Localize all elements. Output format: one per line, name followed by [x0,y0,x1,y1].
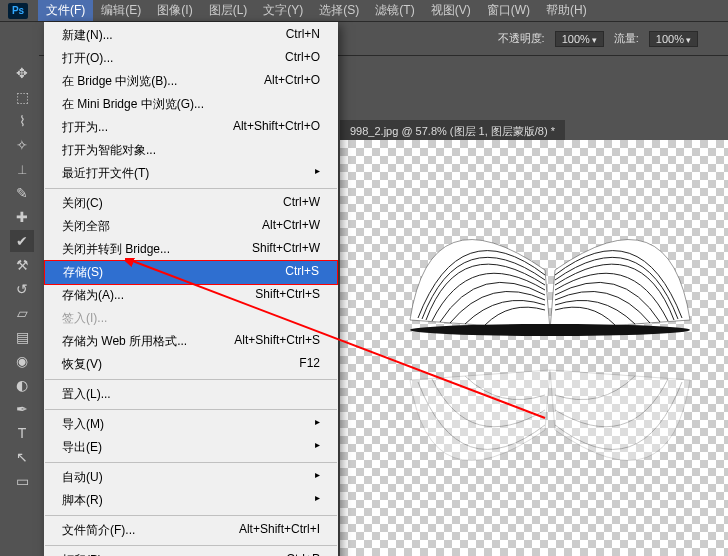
tool-dodge[interactable]: ◐ [10,374,34,396]
menu-type[interactable]: 文字(Y) [255,0,311,21]
chevron-down-icon[interactable]: ▾ [592,35,597,45]
flow-value[interactable]: 100%▾ [649,31,698,47]
menu-item[interactable]: 打开为...Alt+Shift+Ctrl+O [44,116,338,139]
menu-item-label: 关闭(C) [62,195,103,212]
menu-separator [45,379,337,380]
menu-item-label: 最近打开文件(T) [62,165,149,182]
menu-separator [45,515,337,516]
menu-edit[interactable]: 编辑(E) [93,0,149,21]
tool-marquee[interactable]: ⬚ [10,86,34,108]
menu-item-label: 新建(N)... [62,27,113,44]
menu-image[interactable]: 图像(I) [149,0,200,21]
menu-item-shortcut: Alt+Shift+Ctrl+O [233,119,320,136]
menu-separator [45,462,337,463]
menu-item-label: 关闭全部 [62,218,110,235]
menu-item-shortcut: F12 [299,356,320,373]
menu-item-label: 存储为(A)... [62,287,124,304]
tool-brush[interactable]: ✔ [10,230,34,252]
menu-item-shortcut: Alt+Shift+Ctrl+I [239,522,320,539]
svg-point-0 [410,324,690,336]
menu-item-shortcut: Shift+Ctrl+W [252,241,320,258]
tool-gradient[interactable]: ▤ [10,326,34,348]
app-icon: Ps [8,3,28,19]
menu-item-label: 打印(P)... [62,552,112,556]
menu-item[interactable]: 在 Bridge 中浏览(B)...Alt+Ctrl+O [44,70,338,93]
menu-item-shortcut: Ctrl+P [286,552,320,556]
tool-shape[interactable]: ▭ [10,470,34,492]
tool-wand[interactable]: ✧ [10,134,34,156]
menu-item[interactable]: 导入(M) [44,413,338,436]
menu-item-shortcut: Alt+Ctrl+W [262,218,320,235]
menu-item[interactable]: 关闭全部Alt+Ctrl+W [44,215,338,238]
tool-eyedrop[interactable]: ✎ [10,182,34,204]
canvas[interactable] [340,140,728,556]
book-reflection [400,350,700,550]
tool-blur[interactable]: ◉ [10,350,34,372]
menu-item-label: 在 Mini Bridge 中浏览(G)... [62,96,204,113]
menu-window[interactable]: 窗口(W) [479,0,538,21]
menu-item[interactable]: 文件简介(F)...Alt+Shift+Ctrl+I [44,519,338,542]
menu-item-label: 签入(I)... [62,310,107,327]
menu-item[interactable]: 最近打开文件(T) [44,162,338,185]
menu-item-label: 恢复(V) [62,356,102,373]
menu-item-shortcut: Shift+Ctrl+S [255,287,320,304]
menu-item-label: 置入(L)... [62,386,111,403]
tool-history[interactable]: ↺ [10,278,34,300]
menu-item[interactable]: 存储为(A)...Shift+Ctrl+S [44,284,338,307]
menu-item: 签入(I)... [44,307,338,330]
chevron-down-icon[interactable]: ▾ [686,35,691,45]
tool-heal[interactable]: ✚ [10,206,34,228]
menu-item[interactable]: 恢复(V)F12 [44,353,338,376]
menu-item-label: 打开为... [62,119,108,136]
menu-item[interactable]: 置入(L)... [44,383,338,406]
menu-item-label: 导出(E) [62,439,102,456]
tool-path[interactable]: ↖ [10,446,34,468]
menu-layer[interactable]: 图层(L) [201,0,256,21]
menu-item-label: 存储(S) [63,264,103,281]
menu-item-label: 导入(M) [62,416,104,433]
menu-filter[interactable]: 滤镜(T) [367,0,422,21]
menu-item-shortcut: Ctrl+W [283,195,320,212]
menu-item[interactable]: 打开为智能对象... [44,139,338,162]
menu-item-shortcut: Ctrl+O [285,50,320,67]
menu-item[interactable]: 打印(P)...Ctrl+P [44,549,338,556]
menubar: Ps 文件(F) 编辑(E) 图像(I) 图层(L) 文字(Y) 选择(S) 滤… [0,0,728,22]
menu-separator [45,545,337,546]
menu-item[interactable]: 在 Mini Bridge 中浏览(G)... [44,93,338,116]
menu-item-shortcut: Ctrl+S [285,264,319,281]
menu-item[interactable]: 存储(S)Ctrl+S [44,260,338,285]
tool-type[interactable]: T [10,422,34,444]
menu-item[interactable]: 新建(N)...Ctrl+N [44,24,338,47]
tool-eraser[interactable]: ▱ [10,302,34,324]
menu-item[interactable]: 自动(U) [44,466,338,489]
menu-item-label: 打开(O)... [62,50,113,67]
menu-item[interactable]: 脚本(R) [44,489,338,512]
menu-separator [45,188,337,189]
menu-file[interactable]: 文件(F) [38,0,93,21]
menu-item-shortcut: Alt+Shift+Ctrl+S [234,333,320,350]
menu-item-label: 自动(U) [62,469,103,486]
book-image [400,150,700,350]
tool-stamp[interactable]: ⚒ [10,254,34,276]
menu-item[interactable]: 导出(E) [44,436,338,459]
file-dropdown: 新建(N)...Ctrl+N打开(O)...Ctrl+O在 Bridge 中浏览… [44,22,338,556]
menu-item[interactable]: 打开(O)...Ctrl+O [44,47,338,70]
menu-item[interactable]: 关闭并转到 Bridge...Shift+Ctrl+W [44,238,338,261]
menu-item-shortcut: Ctrl+N [286,27,320,44]
menu-item-label: 存储为 Web 所用格式... [62,333,187,350]
menu-item[interactable]: 关闭(C)Ctrl+W [44,192,338,215]
opacity-value[interactable]: 100%▾ [555,31,604,47]
menu-item-label: 文件简介(F)... [62,522,135,539]
tool-lasso[interactable]: ⌇ [10,110,34,132]
menu-item-label: 关闭并转到 Bridge... [62,241,170,258]
tool-pen[interactable]: ✒ [10,398,34,420]
tool-move[interactable]: ✥ [10,62,34,84]
menu-item[interactable]: 存储为 Web 所用格式...Alt+Shift+Ctrl+S [44,330,338,353]
menu-help[interactable]: 帮助(H) [538,0,595,21]
menu-item-label: 在 Bridge 中浏览(B)... [62,73,177,90]
menu-item-label: 打开为智能对象... [62,142,156,159]
tool-crop[interactable]: ⟂ [10,158,34,180]
toolbox: ✥⬚⌇✧⟂✎✚✔⚒↺▱▤◉◐✒T↖▭ [5,22,39,492]
menu-view[interactable]: 视图(V) [423,0,479,21]
menu-select[interactable]: 选择(S) [311,0,367,21]
